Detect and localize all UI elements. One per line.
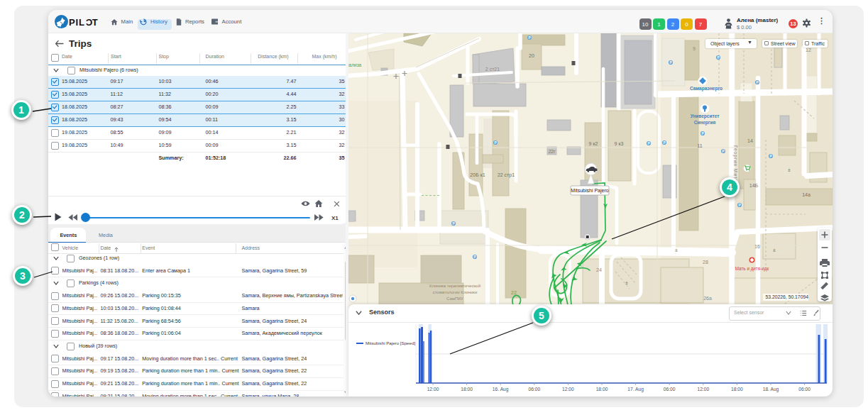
svg-text:Мать и дитя-идк: Мать и дитя-идк bbox=[735, 266, 769, 272]
svg-text:11: 11 bbox=[697, 143, 702, 148]
svg-text:9 к2: 9 к2 bbox=[589, 141, 598, 146]
svg-text:18:00: 18:00 bbox=[731, 387, 743, 392]
svg-text:±: ± bbox=[788, 167, 791, 172]
svg-text:06:00: 06:00 bbox=[798, 387, 811, 392]
svg-text:06:00: 06:00 bbox=[528, 387, 540, 392]
svg-text:14а: 14а bbox=[802, 192, 811, 197]
svg-text:стоматологии Клиники: стоматологии Клиники bbox=[433, 290, 478, 294]
svg-text:12:00: 12:00 bbox=[427, 387, 439, 392]
svg-text:14Б: 14Б bbox=[749, 183, 759, 188]
svg-text:Клиника терапевтической: Клиника терапевтической bbox=[429, 284, 480, 288]
svg-text:±: ± bbox=[625, 280, 628, 285]
svg-text:17. Aug: 17. Aug bbox=[627, 387, 644, 392]
svg-text:±: ± bbox=[675, 248, 678, 253]
svg-text:22 стр1: 22 стр1 bbox=[498, 172, 515, 178]
svg-text:12:00: 12:00 bbox=[562, 387, 574, 392]
svg-text:18:00: 18:00 bbox=[461, 387, 473, 392]
svg-text:14: 14 bbox=[747, 138, 753, 143]
svg-text:±: ± bbox=[773, 248, 776, 253]
svg-text:20: 20 bbox=[529, 53, 534, 58]
svg-text:16. Aug: 16. Aug bbox=[493, 387, 509, 392]
svg-text:06:00: 06:00 bbox=[664, 387, 676, 392]
svg-text:28: 28 bbox=[703, 260, 708, 265]
svg-text:12:00: 12:00 bbox=[697, 387, 709, 392]
svg-text:22: 22 bbox=[511, 290, 517, 295]
svg-text:24: 24 bbox=[596, 267, 602, 272]
svg-text:9 к3: 9 к3 bbox=[615, 141, 624, 146]
svg-text:Университет: Университет bbox=[691, 113, 720, 119]
svg-text:18:00: 18:00 bbox=[596, 387, 608, 392]
svg-text:26а: 26а bbox=[703, 296, 712, 301]
svg-text:18. Aug: 18. Aug bbox=[763, 387, 779, 392]
svg-text:22г: 22г bbox=[549, 149, 556, 154]
svg-text:12: 12 bbox=[806, 48, 811, 52]
svg-text:Синергия: Синергия bbox=[694, 120, 716, 126]
svg-text:Самараэнерго: Самараэнерго bbox=[690, 86, 723, 92]
svg-text:нализа: нализа bbox=[348, 62, 362, 67]
svg-text:Mitsubishi Pajero: Mitsubishi Pajero bbox=[571, 188, 608, 194]
svg-text:2 ст21: 2 ст21 bbox=[485, 67, 500, 72]
svg-text:16: 16 bbox=[754, 244, 760, 249]
svg-text:20Б к1: 20Б к1 bbox=[470, 172, 485, 177]
svg-text:СамГМУ: СамГМУ bbox=[446, 297, 463, 301]
svg-text:9: 9 bbox=[693, 46, 696, 51]
